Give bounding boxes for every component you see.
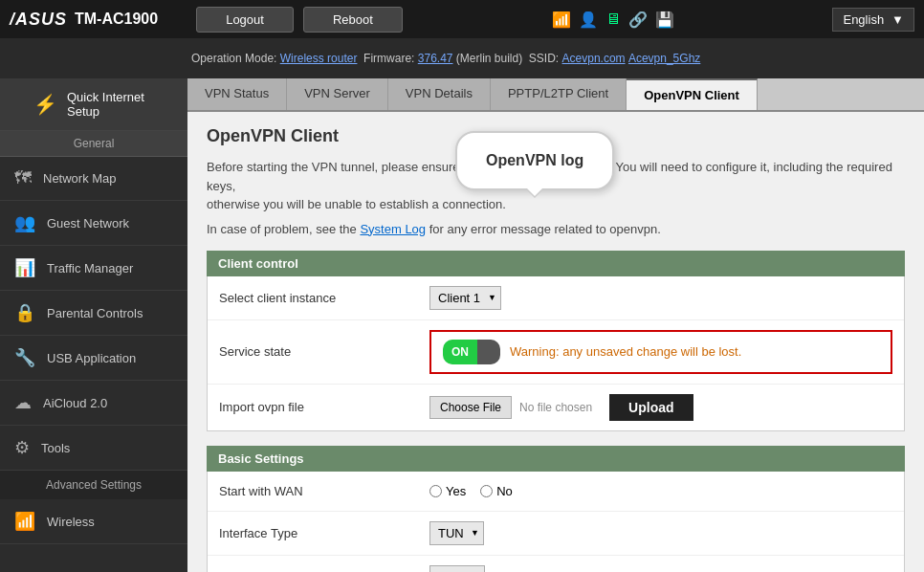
sidebar-item-wireless[interactable]: 📶 Wireless [0,499,187,544]
service-toggle[interactable]: ON [443,340,500,364]
tabs-bar: VPN Status VPN Server VPN Details PPTP/L… [187,78,924,112]
quick-setup-item[interactable]: ⚡ Quick InternetSetup [0,78,187,131]
sidebar-label-tools: Tools [41,441,70,455]
sidebar-item-network-map[interactable]: 🗺 Network Map [0,157,187,201]
tab-vpn-server[interactable]: VPN Server [287,78,388,110]
tab-vpn-status[interactable]: VPN Status [187,78,287,110]
interface-type-row: Interface Type TUN TAP [208,512,904,556]
interface-type-control: TUN TAP [429,521,892,545]
client-control-body: Select client instance Client 1 Client 2… [207,276,905,431]
choose-file-button[interactable]: Choose File [429,396,512,419]
quick-setup-label: Quick InternetSetup [67,90,144,119]
client-control-header: Client control [207,251,905,276]
import-file-row: Import ovpn file Choose File No file cho… [208,385,904,430]
usb-application-icon: 🔧 [14,347,35,368]
basic-settings-header: Basic Settings [207,446,905,472]
main-content: VPN Status VPN Server VPN Details PPTP/L… [187,78,924,572]
tools-icon: ⚙ [14,437,30,458]
no-radio-label[interactable]: No [480,484,513,498]
chevron-down-icon: ▼ [891,12,904,27]
logo-area: /ASUS TM-AC1900 [10,10,158,30]
no-radio[interactable] [480,485,493,497]
firmware-build: (Merlin build) [456,52,522,65]
wireless-icon: 📶 [14,511,35,532]
import-file-control: Choose File No file chosen Upload [429,394,892,421]
content-area: OpenVPN log OpenVPN Client Before starti… [187,112,924,572]
firmware-value[interactable]: 376.47 [418,52,453,65]
guest-network-icon: 👥 [14,212,35,233]
select-instance-control: Client 1 Client 2 Client 3 [429,286,892,310]
ssid-5g[interactable]: Acevpn_5Ghz [628,52,700,65]
header-icons: 📶 👤 🖥 🔗 💾 [552,11,674,29]
traffic-manager-icon: 📊 [14,257,35,278]
language-selector[interactable]: English ▼ [832,8,914,32]
parental-controls-icon: 🔒 [14,302,35,323]
protocol-select-wrap[interactable]: TCP UDP [429,565,485,573]
protocol-row: Protocol TCP UDP [208,556,904,573]
start-wan-radio-group: Yes No [429,484,513,498]
aicloud-icon: ☁ [14,392,32,413]
client-instance-select[interactable]: Client 1 Client 2 Client 3 [429,286,501,310]
client-instance-select-wrap[interactable]: Client 1 Client 2 Client 3 [429,286,501,310]
layout: ⚡ Quick InternetSetup General 🗺 Network … [0,78,924,572]
yes-radio[interactable] [429,485,442,497]
toggle-off-indicator [477,340,500,364]
service-state-control: ON Warning: any unsaved change will be l… [429,330,892,374]
sidebar-item-traffic-manager[interactable]: 📊 Traffic Manager [0,246,187,291]
usb-icon: 💾 [655,11,674,29]
sidebar-item-aicloud[interactable]: ☁ AiCloud 2.0 [0,381,187,426]
tab-pptp-l2tp[interactable]: PPTP/L2TP Client [491,78,627,110]
tab-vpn-details[interactable]: VPN Details [388,78,491,110]
basic-settings-section: Basic Settings Start with WAN Yes [207,446,905,573]
ssid-value[interactable]: Acevpn.com [562,52,626,65]
start-wan-control: Yes No [429,484,892,498]
tab-openvpn-client[interactable]: OpenVPN Client [627,78,758,110]
system-log-link[interactable]: System Log [360,222,426,236]
ssid-label: SSID: [529,52,559,65]
header-buttons: Logout Reboot [196,7,403,33]
info-bar: Operation Mode: Wireless router Firmware… [0,38,924,78]
sidebar-label-aicloud: AiCloud 2.0 [43,396,107,410]
wifi-icon: 📶 [552,11,571,29]
import-file-label: Import ovpn file [219,400,429,414]
sidebar-label-guest-network: Guest Network [47,216,129,231]
asus-logo: /ASUS [10,10,67,30]
tooltip-text: OpenVPN log [486,152,583,168]
operation-mode-label: Operation Mode: [191,52,276,65]
network-icon: 🔗 [628,11,648,29]
sidebar: ⚡ Quick InternetSetup General 🗺 Network … [0,78,187,572]
monitor-icon: 🖥 [605,11,621,28]
problem-note: In case of problem, see the System Log f… [207,222,905,236]
no-file-text: No file chosen [519,401,592,414]
protocol-control: TCP UDP [429,565,892,573]
interface-type-select[interactable]: TUN TAP [429,521,484,545]
interface-type-label: Interface Type [219,526,429,540]
sidebar-label-usb-application: USB Application [47,351,136,365]
interface-type-select-wrap[interactable]: TUN TAP [429,521,484,545]
service-state-row: Service state ON Warning: any unsaved ch… [208,320,904,385]
reboot-button[interactable]: Reboot [303,7,403,33]
language-label: English [843,12,884,27]
firmware-label: Firmware: [363,52,414,65]
operation-mode-value[interactable]: Wireless router [280,52,358,65]
upload-button[interactable]: Upload [609,394,693,421]
start-wan-row: Start with WAN Yes No [208,472,904,512]
sidebar-item-tools[interactable]: ⚙ Tools [0,426,187,471]
select-instance-row: Select client instance Client 1 Client 2… [208,276,904,320]
warning-text: Warning: any unsaved change will be lost… [510,344,741,359]
general-section-label: General [0,131,187,157]
advanced-settings-label[interactable]: Advanced Settings [0,471,187,499]
logout-button[interactable]: Logout [196,7,294,33]
start-wan-label: Start with WAN [219,484,429,498]
sidebar-item-parental-controls[interactable]: 🔒 Parental Controls [0,291,187,336]
user-icon: 👤 [579,11,598,29]
sidebar-label-traffic-manager: Traffic Manager [47,261,133,275]
network-map-icon: 🗺 [14,168,32,188]
sidebar-item-guest-network[interactable]: 👥 Guest Network [0,201,187,246]
sidebar-label-network-map: Network Map [43,171,117,186]
sidebar-item-usb-application[interactable]: 🔧 USB Application [0,336,187,381]
service-state-label: Service state [219,344,429,359]
protocol-select[interactable]: TCP UDP [429,565,485,573]
sidebar-label-parental-controls: Parental Controls [47,306,143,320]
yes-radio-label[interactable]: Yes [429,484,466,498]
